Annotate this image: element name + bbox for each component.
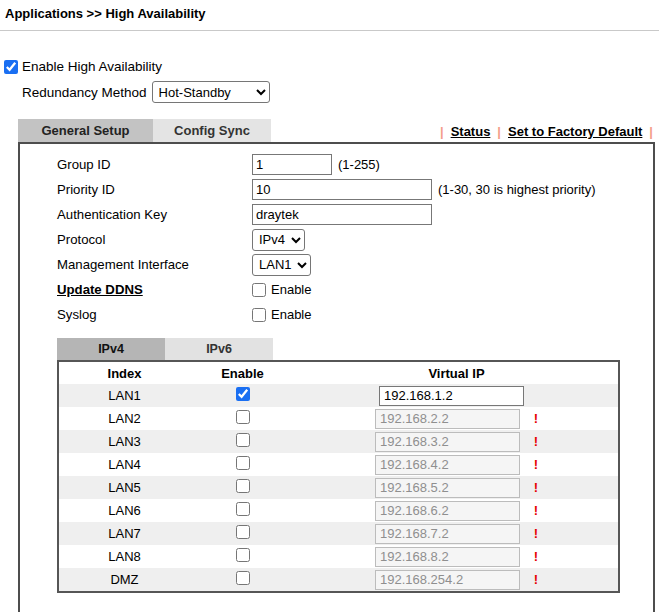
header-divider [0,30,659,31]
virtual-ip-input[interactable] [375,432,520,452]
separator: | [497,124,501,139]
breadcrumb: Applications >> High Availability [0,0,659,30]
enable-ha-checkbox[interactable] [4,60,18,74]
tab-bar: General Setup Config Sync | Status | Set… [18,119,655,142]
row-enable-checkbox[interactable] [236,525,250,539]
table-row: LAN1 [58,384,619,407]
virtual-ip-input[interactable] [375,570,520,590]
row-enable-checkbox[interactable] [236,433,250,447]
virtual-ip-input[interactable] [375,409,520,429]
index-cell: LAN7 [58,522,190,545]
virtual-ip-input[interactable] [375,478,520,498]
virtual-ip-input[interactable] [375,547,520,567]
warning-mark: ! [534,480,538,495]
tab-general-setup[interactable]: General Setup [18,119,153,142]
priority-id-hint: (1-30, 30 is highest priority) [438,182,596,197]
row-enable-checkbox[interactable] [236,410,250,424]
index-cell: LAN1 [58,384,190,407]
authentication-key-label: Authentication Key [57,207,252,222]
tab-ipv6[interactable]: IPv6 [165,338,273,360]
row-enable-checkbox[interactable] [236,548,250,562]
row-enable-checkbox[interactable] [236,479,250,493]
separator: | [649,124,653,139]
syslog-enable-checkbox[interactable] [252,308,266,322]
warning-mark: ! [534,457,538,472]
table-row: LAN3 ! [58,430,619,453]
warning-mark: ! [534,503,538,518]
index-cell: LAN3 [58,430,190,453]
table-row: LAN2 ! [58,407,619,430]
redundancy-method-label: Redundancy Method [22,85,147,100]
enable-ha-section: Enable High Availability Redundancy Meth… [4,59,659,103]
redundancy-method-select[interactable]: Hot-Standby [152,81,270,103]
virtual-ip-input[interactable] [375,455,520,475]
warning-mark: ! [534,526,538,541]
table-row: LAN7 ! [58,522,619,545]
management-interface-label: Management Interface [57,257,252,272]
warning-mark: ! [534,549,538,564]
warning-mark: ! [534,411,538,426]
col-header-index: Index [58,361,190,384]
row-enable-checkbox[interactable] [236,456,250,470]
table-row: LAN8 ! [58,545,619,568]
priority-id-label: Priority ID [57,182,252,197]
management-interface-select[interactable]: LAN1 [252,254,311,276]
table-row: LAN4 ! [58,453,619,476]
row-enable-checkbox[interactable] [236,571,250,585]
tab-config-sync[interactable]: Config Sync [153,119,271,142]
row-enable-checkbox[interactable] [236,387,250,401]
top-links: | Status | Set to Factory Default | [440,124,655,142]
set-to-factory-default-link[interactable]: Set to Factory Default [508,124,642,139]
syslog-label: Syslog [57,307,252,322]
virtual-ip-input[interactable] [375,524,520,544]
index-cell: LAN6 [58,499,190,522]
separator: | [440,124,444,139]
priority-id-input[interactable] [252,179,432,200]
warning-mark: ! [534,572,538,587]
protocol-label: Protocol [57,232,252,247]
table-row: LAN6 ! [58,499,619,522]
authentication-key-input[interactable] [252,204,432,225]
update-ddns-link[interactable]: Update DDNS [57,282,252,297]
tab-ipv4[interactable]: IPv4 [57,338,165,360]
group-id-hint: (1-255) [338,157,380,172]
table-row: DMZ ! [58,568,619,592]
warning-mark: ! [534,434,538,449]
status-link[interactable]: Status [451,124,491,139]
col-header-enable: Enable [190,361,295,384]
index-cell: LAN5 [58,476,190,499]
update-ddns-enable-label: Enable [271,282,311,297]
col-header-virtual-ip: Virtual IP [295,361,619,384]
index-cell: LAN8 [58,545,190,568]
group-id-label: Group ID [57,157,252,172]
ip-version-tabs: IPv4 IPv6 [57,338,653,360]
group-id-input[interactable] [252,154,332,175]
syslog-enable-label: Enable [271,307,311,322]
general-setup-panel: Group ID (1-255) Priority ID (1-30, 30 i… [18,142,655,612]
index-cell: DMZ [58,568,190,592]
index-cell: LAN4 [58,453,190,476]
enable-ha-label: Enable High Availability [22,59,162,74]
update-ddns-enable-checkbox[interactable] [252,283,266,297]
row-enable-checkbox[interactable] [236,502,250,516]
virtual-ip-table: Index Enable Virtual IP LAN1 LAN2 ! LAN3… [57,360,620,593]
protocol-select[interactable]: IPv4 [252,229,305,251]
index-cell: LAN2 [58,407,190,430]
table-row: LAN5 ! [58,476,619,499]
virtual-ip-input[interactable] [375,501,520,521]
virtual-ip-input[interactable] [379,386,524,406]
